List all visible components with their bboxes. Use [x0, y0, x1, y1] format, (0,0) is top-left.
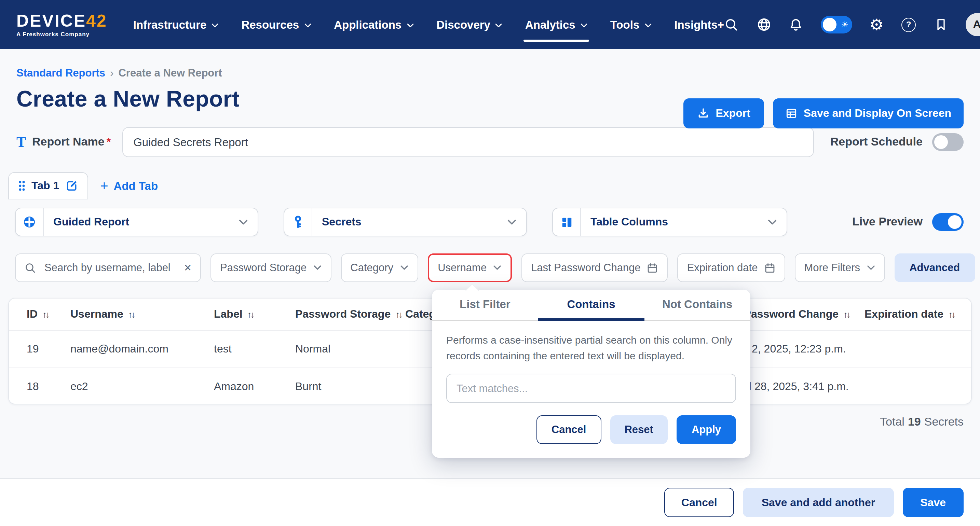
live-preview-label: Live Preview — [852, 215, 923, 229]
menu-discovery[interactable]: Discovery — [436, 0, 503, 49]
plus-icon: + — [100, 178, 108, 194]
advanced-filters-button[interactable]: Advanced — [894, 253, 975, 282]
theme-toggle[interactable]: ☀ — [821, 16, 852, 33]
search-icon[interactable] — [724, 17, 739, 32]
sun-icon: ☀ — [841, 21, 849, 29]
chevron-down-icon — [304, 23, 311, 28]
chevron-down-icon — [493, 265, 502, 270]
save-and-add-another-button[interactable]: Save and add another — [743, 488, 894, 517]
menu-tools[interactable]: Tools — [610, 0, 652, 49]
add-tab-button[interactable]: + Add Tab — [100, 172, 158, 199]
chevron-down-icon — [767, 216, 777, 228]
live-preview-wrap: Live Preview — [852, 213, 964, 231]
filter-username[interactable]: Username — [428, 253, 512, 282]
menu-insights[interactable]: Insights+ — [674, 0, 724, 49]
breadcrumb-standard-reports[interactable]: Standard Reports — [16, 67, 105, 79]
sort-icon[interactable]: ↑↓ — [128, 309, 134, 319]
chevron-down-icon — [507, 216, 517, 228]
chevron-down-icon — [406, 23, 414, 28]
popup-tab-list-filter[interactable]: List Filter — [432, 298, 538, 320]
top-navbar: DEVICE42 A Freshworks Company Infrastruc… — [0, 0, 980, 49]
save-button[interactable]: Save — [902, 488, 964, 517]
columns-select[interactable]: Table Columns — [552, 208, 787, 236]
popup-tab-contains[interactable]: Contains — [538, 298, 644, 320]
popup-tab-not-contains[interactable]: Not Contains — [644, 298, 750, 320]
column-header-username[interactable]: Username↑↓ — [70, 299, 134, 330]
popup-cancel-button[interactable]: Cancel — [536, 415, 601, 444]
cell-username: ec2 — [70, 368, 88, 405]
column-header-label[interactable]: Label↑↓ — [214, 299, 253, 330]
cell-last-password-change: 2, 2025, 12:23 p.m. — [752, 331, 846, 367]
sort-icon[interactable]: ↑↓ — [843, 309, 850, 319]
main-menu: Infrastructure Resources Applications Di… — [133, 0, 724, 49]
filter-category[interactable]: Category — [340, 253, 418, 282]
text-matches-input[interactable] — [446, 373, 736, 403]
menu-analytics[interactable]: Analytics — [525, 0, 588, 49]
filter-password-storage[interactable]: Password Storage — [210, 253, 331, 282]
search-icon — [25, 262, 36, 273]
tab-1[interactable]: Tab 1 — [8, 172, 88, 199]
sort-icon[interactable]: ↑↓ — [42, 309, 49, 319]
breadcrumb-separator: › — [110, 67, 113, 79]
globe-icon[interactable] — [756, 17, 771, 32]
calendar-icon — [647, 262, 659, 273]
text-field-icon: T — [16, 133, 26, 151]
toggle-knob — [948, 215, 961, 229]
popup-description: Performs a case-insensitive partial sear… — [446, 333, 736, 364]
sort-icon[interactable]: ↑↓ — [395, 309, 401, 319]
report-schedule-wrap: Report Schedule — [830, 133, 964, 151]
report-type-select[interactable]: Guided Report — [15, 208, 258, 236]
toggle-knob — [934, 135, 948, 149]
edit-tab-icon[interactable] — [65, 180, 78, 192]
report-schedule-label: Report Schedule — [830, 135, 923, 149]
menu-applications[interactable]: Applications — [334, 0, 414, 49]
object-select[interactable]: Secrets — [283, 208, 527, 236]
save-and-display-button[interactable]: Save and Display On Screen — [773, 99, 964, 129]
column-header-id[interactable]: ID↑↓ — [27, 299, 49, 330]
menu-resources[interactable]: Resources — [241, 0, 311, 49]
clear-search-icon[interactable]: × — [184, 261, 191, 275]
report-schedule-toggle[interactable] — [932, 133, 964, 151]
search-input[interactable] — [43, 261, 177, 275]
notifications-bell-icon[interactable] — [788, 17, 803, 32]
bookmark-icon[interactable] — [933, 17, 948, 32]
sort-icon[interactable]: ↑↓ — [948, 309, 955, 319]
cell-password-storage: Burnt — [295, 368, 321, 405]
device42-logo[interactable]: DEVICE42 A Freshworks Company — [16, 12, 107, 37]
chevron-down-icon — [239, 216, 248, 228]
chevron-down-icon — [644, 23, 652, 28]
chevron-down-icon — [211, 23, 219, 28]
popup-apply-button[interactable]: Apply — [676, 415, 736, 444]
drag-handle-icon[interactable] — [19, 180, 25, 191]
navbar-actions: ☀ ⚙ ? A — [724, 13, 980, 36]
cell-label: Amazon — [214, 368, 254, 405]
report-type-value: Guided Report — [44, 216, 129, 228]
column-header-password-storage[interactable]: Password Storage↑↓ — [295, 299, 401, 330]
help-icon[interactable]: ? — [901, 17, 916, 32]
user-avatar[interactable]: A — [965, 13, 980, 36]
popup-reset-button[interactable]: Reset — [610, 415, 667, 444]
cell-last-password-change: l 28, 2025, 3:41 p.m. — [749, 368, 849, 405]
tab-1-label: Tab 1 — [32, 180, 59, 192]
filter-more-filters[interactable]: More Filters — [794, 253, 885, 282]
sort-icon[interactable]: ↑↓ — [247, 309, 253, 319]
cell-label: test — [214, 331, 232, 367]
table-icon — [785, 107, 797, 119]
column-header-expiration-date[interactable]: Expiration date↑↓ — [864, 299, 955, 330]
username-filter-popup: List Filter Contains Not Contains Perfor… — [432, 290, 750, 458]
live-preview-toggle[interactable] — [932, 213, 964, 231]
cancel-button[interactable]: Cancel — [664, 488, 734, 517]
breadcrumb-current: Create a New Report — [118, 67, 222, 79]
secrets-key-icon — [284, 208, 312, 236]
toggle-knob — [822, 18, 836, 32]
report-name-input[interactable] — [123, 127, 814, 157]
export-button[interactable]: Export — [683, 99, 764, 129]
filter-last-password-change[interactable]: Last Password Change — [522, 253, 668, 282]
calendar-icon — [764, 262, 775, 273]
chevron-down-icon — [580, 23, 588, 28]
settings-gear-icon[interactable]: ⚙ — [869, 17, 884, 32]
menu-infrastructure[interactable]: Infrastructure — [133, 0, 219, 49]
filter-expiration-date[interactable]: Expiration date — [678, 253, 785, 282]
table-columns-icon — [553, 208, 581, 236]
search-filter[interactable]: × — [15, 253, 201, 282]
